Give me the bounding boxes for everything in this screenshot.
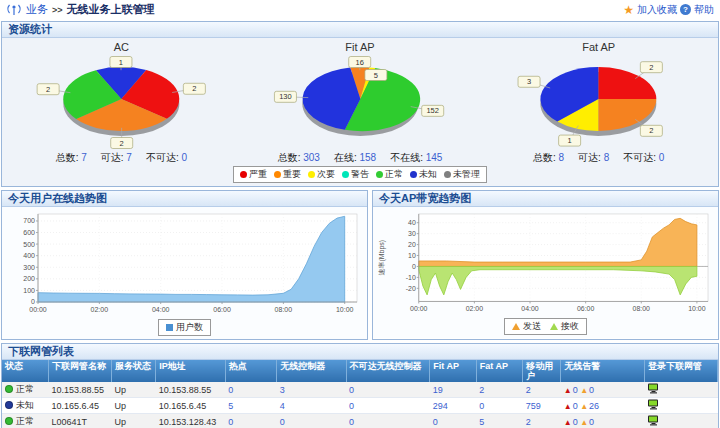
cell-value-service: Up [114, 401, 126, 411]
major-alarm-count[interactable]: 0 [589, 417, 594, 427]
pie-stat-value[interactable]: 303 [303, 152, 320, 163]
cell-status: 正常 [2, 414, 49, 428]
cell-value-unreachable_wlc[interactable]: 0 [349, 417, 354, 427]
column-header-hotspot: 热点 [225, 360, 277, 382]
svg-text:400: 400 [23, 252, 35, 259]
svg-text:10: 10 [408, 252, 416, 259]
panel-title-resource: 资源统计 [2, 22, 718, 38]
chart-legend-item: 接收 [550, 320, 579, 333]
pie-stat: 总数: 303 [278, 152, 320, 163]
svg-text:00:00: 00:00 [410, 305, 428, 312]
cell-value-fit_ap[interactable]: 0 [433, 417, 438, 427]
cell-value-name: 10.165.6.45 [52, 401, 100, 411]
ap-bandwidth-panel: 今天AP带宽趋势图 -20-1001020304000:0002:0004:00… [372, 190, 719, 340]
cell-value-hotspot[interactable]: 0 [228, 385, 233, 395]
svg-text:10:00: 10:00 [336, 306, 354, 313]
cell-value-unreachable_wlc[interactable]: 0 [349, 385, 354, 395]
pie-block-fit-ap: Fit AP 165152130 总数: 303在线: 158不在线: 145 [241, 38, 480, 165]
pie-stat: 总数: 8 [533, 152, 564, 163]
login-nms-icon[interactable] [647, 415, 660, 428]
column-header-name: 下联网管名称 [49, 360, 112, 382]
login-nms-icon[interactable] [647, 383, 660, 396]
column-header-mobile_users: 移动用户 [523, 360, 561, 382]
table-row: 未知10.165.6.45Up10.165.6.455402940759▲0 ▲… [2, 398, 718, 414]
major-alarm-count[interactable]: 0 [589, 385, 594, 395]
breadcrumb-section[interactable]: 业务 [26, 2, 48, 17]
severity-dot-icon [410, 171, 417, 178]
series-marker-icon [550, 323, 558, 330]
cell-value-unreachable_wlc[interactable]: 0 [349, 401, 354, 411]
login-nms-icon[interactable] [647, 399, 660, 412]
severity-legend-item: 未管理 [444, 168, 480, 181]
chart-legend-item: 发送 [512, 320, 541, 333]
svg-text:02:00: 02:00 [466, 305, 484, 312]
user-trend-legend: 用户数 [4, 318, 365, 339]
cell-hotspot: 0 [225, 382, 277, 398]
cell-wlc: 0 [277, 414, 346, 428]
favorite-star-icon: ★ [623, 5, 634, 15]
series-marker-icon [512, 323, 520, 330]
svg-text:300: 300 [23, 264, 35, 271]
pie-title-fit-ap: Fit AP [241, 40, 480, 54]
cell-value-hotspot[interactable]: 5 [228, 401, 233, 411]
pie-stat-value[interactable]: 7 [126, 152, 132, 163]
cell-wlc: 4 [277, 398, 346, 414]
svg-text:100: 100 [23, 287, 35, 294]
svg-text:600: 600 [23, 229, 35, 236]
pie-block-ac: AC 1222 总数: 7可达: 7不可达: 0 [2, 38, 241, 165]
cell-value-wlc[interactable]: 3 [280, 385, 285, 395]
ap-bandwidth-trend-chart: -20-1001020304000:0002:0004:0006:0008:00… [375, 208, 716, 317]
cell-service: Up [111, 414, 155, 428]
cell-value-fat_ap[interactable]: 5 [479, 417, 484, 427]
cell-value-service: Up [114, 385, 126, 395]
cell-value-fit_ap[interactable]: 19 [433, 385, 443, 395]
cell-value-wlc[interactable]: 4 [280, 401, 285, 411]
pie-stat-value[interactable]: 158 [359, 152, 376, 163]
column-header-fit_ap: Fit AP [430, 360, 477, 382]
pie-stat-value[interactable]: 8 [604, 152, 610, 163]
topbar: 业务 >> 无线业务上联管理 ★ 加入收藏 ? 帮助 [1, 0, 719, 19]
breadcrumb-page: 无线业务上联管理 [67, 2, 155, 17]
pie-stat: 在线: 158 [334, 152, 376, 163]
pie-stat: 不可达: 0 [146, 152, 187, 163]
pie-stat-value[interactable]: 8 [559, 152, 565, 163]
cell-login [644, 414, 717, 428]
cell-fat_ap: 5 [476, 414, 523, 428]
svg-text:02:00: 02:00 [91, 306, 109, 313]
table-row: 正常L00641TUp10.153.128.43000052▲0 ▲0 [2, 414, 718, 428]
svg-text:-20: -20 [406, 285, 416, 292]
help-link[interactable]: 帮助 [694, 3, 714, 17]
cell-value-mobile_users[interactable]: 759 [526, 401, 541, 411]
cell-alarms: ▲0 ▲0 [561, 414, 645, 428]
cell-value-mobile_users[interactable]: 2 [526, 417, 531, 427]
cell-value-fat_ap[interactable]: 0 [479, 401, 484, 411]
cell-unreachable_wlc: 0 [346, 382, 430, 398]
pie-stat: 不在线: 145 [390, 152, 442, 163]
pie-stat-value[interactable]: 7 [81, 152, 87, 163]
major-alarm-count[interactable]: 26 [589, 401, 599, 411]
cell-fit_ap: 0 [430, 414, 477, 428]
cell-value-fit_ap[interactable]: 294 [433, 401, 448, 411]
svg-text:3: 3 [527, 77, 531, 86]
cell-service: Up [111, 398, 155, 414]
column-header-status: 状态 [2, 360, 49, 382]
severity-legend-item: 警告 [342, 168, 369, 181]
downstream-nms-panel: 下联网管列表 状态下联网管名称服务状态IP地址热点无线控制器不可达无线控制器Fi… [1, 343, 719, 428]
favorite-link[interactable]: 加入收藏 [637, 3, 677, 17]
column-header-login: 登录下联网管 [644, 360, 717, 382]
cell-value-wlc[interactable]: 0 [280, 417, 285, 427]
pie-charts-row: AC 1222 总数: 7可达: 7不可达: 0 Fit AP 16515213… [2, 38, 718, 165]
column-header-ip: IP地址 [156, 360, 225, 382]
pie-stat-value[interactable]: 0 [181, 152, 187, 163]
pie-stats-ac: 总数: 7可达: 7不可达: 0 [2, 150, 241, 165]
svg-text:2: 2 [46, 85, 50, 94]
pie-stat-value[interactable]: 145 [426, 152, 443, 163]
status-dot-icon [5, 385, 13, 393]
svg-text:08:00: 08:00 [633, 305, 651, 312]
pie-stat-value[interactable]: 0 [659, 152, 665, 163]
cell-value-fat_ap[interactable]: 2 [479, 385, 484, 395]
major-alarm-icon: ▲ [580, 418, 588, 427]
cell-value-hotspot[interactable]: 0 [228, 417, 233, 427]
pie-stats-fat-ap: 总数: 8可达: 8不可达: 0 [479, 150, 718, 165]
cell-value-mobile_users[interactable]: 2 [526, 385, 531, 395]
